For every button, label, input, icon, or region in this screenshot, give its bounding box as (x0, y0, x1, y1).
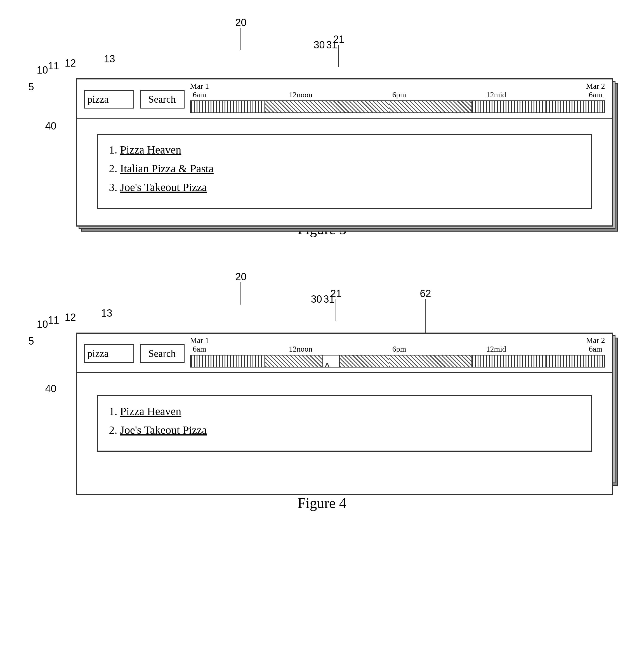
timeline-labels: Mar 16am 12noon 6pm 12mid Mar 26am (190, 85, 605, 100)
fig4-wrapper: 20 21 62 30 31 10 11 12 13 5 40 14 (28, 271, 616, 489)
cursor-pointer (320, 363, 334, 368)
fig4-timeline-bar[interactable] (190, 355, 605, 368)
fig4-ui-box: pizza Search Mar 16am 12noon 6pm 12mid (76, 332, 613, 495)
fig4-result-item-1[interactable]: 1. Pizza Heaven (109, 405, 580, 418)
fig4-ref40-label: 40 (45, 383, 56, 395)
fig4-search-button[interactable]: Search (140, 344, 184, 363)
fig4-ref11-label: 11 (48, 314, 59, 326)
result-item-2[interactable]: 2. Italian Pizza & Pasta (109, 162, 580, 175)
ref13-label: 13 (104, 53, 115, 65)
fig4-timeline-label-mar1: Mar 16am (190, 336, 209, 354)
fig4-results-area: 1. Pizza Heaven 2. Joe's Takeout Pizza (77, 373, 612, 467)
search-input[interactable]: pizza (84, 90, 134, 109)
timeline-label-12mid: 12mid (486, 91, 506, 99)
results-area: 1. Pizza Heaven 2. Italian Pizza & Pasta… (77, 118, 612, 224)
main-panel: pizza Search Mar 16am 12noon 6pm 12mid (76, 78, 613, 227)
fig4-ref12-label: 12 (65, 312, 76, 323)
figure4-section: 20 21 62 30 31 10 11 12 13 5 40 14 (22, 271, 622, 511)
fig4-timeline-label-12mid: 12mid (486, 345, 506, 354)
search-button[interactable]: Search (140, 90, 184, 109)
timeline-segments (191, 101, 604, 112)
ref10-label: 10 (37, 64, 48, 76)
timeline-bar[interactable] (190, 100, 605, 113)
fig4-timeline-labels: Mar 16am 12noon 6pm 12mid Mar 26am (190, 339, 605, 355)
fig4-ref30-label: 30 (311, 293, 322, 305)
ref11-label: 11 (48, 60, 59, 72)
timeline-label-6pm: 6pm (392, 91, 406, 99)
fig4-timeline-label-mar2: Mar 26am (586, 336, 605, 354)
ref40-label: 40 (45, 120, 56, 132)
fig4-ref13-label: 13 (101, 307, 113, 319)
ref31-label: 31 (326, 39, 337, 51)
fig4-search-input[interactable]: pizza (84, 344, 134, 363)
page-container: 20 21 30 31 10 11 12 13 5 40 (0, 0, 644, 671)
fig4-ref62-label: 62 (420, 288, 431, 300)
results-panel: 1. Pizza Heaven 2. Italian Pizza & Pasta… (97, 134, 592, 209)
timeline-label-mar1: Mar 16am (190, 82, 209, 99)
result-item-1[interactable]: 1. Pizza Heaven (109, 143, 580, 156)
ref12-label: 12 (65, 57, 76, 69)
fig4-caption: Figure 4 (22, 495, 622, 511)
fig4-timeline-label-6pm: 6pm (392, 345, 406, 354)
fig4-ref20-label: 20 (235, 271, 247, 283)
fig3-wrapper: 20 21 30 31 10 11 12 13 5 40 (28, 17, 616, 213)
fig4-timeline-segments (191, 355, 604, 367)
result-item-3[interactable]: 3. Joe's Takeout Pizza (109, 181, 580, 194)
ref20-label: 20 (235, 17, 247, 28)
fig4-timeline-label-noon: 12noon (289, 345, 312, 354)
timeline: Mar 16am 12noon 6pm 12mid Mar 26am (190, 85, 605, 113)
svg-marker-0 (320, 363, 334, 368)
fig4-main-panel: pizza Search Mar 16am 12noon 6pm 12mid (76, 332, 613, 495)
ref30-label: 30 (314, 39, 325, 51)
ref5-label: 5 (28, 81, 34, 93)
figure3-section: 20 21 30 31 10 11 12 13 5 40 (22, 17, 622, 238)
fig4-result-item-2[interactable]: 2. Joe's Takeout Pizza (109, 423, 580, 436)
fig4-top-bar: pizza Search Mar 16am 12noon 6pm 12mid (77, 334, 612, 373)
fig4-timeline: Mar 16am 12noon 6pm 12mid Mar 26am (190, 339, 605, 368)
fig4-ref10-label: 10 (37, 319, 48, 330)
fig4-ref5-label: 5 (28, 336, 34, 347)
fig4-ref31-label: 31 (323, 293, 335, 305)
timeline-label-noon: 12noon (289, 91, 312, 99)
fig4-results-panel: 1. Pizza Heaven 2. Joe's Takeout Pizza (97, 395, 592, 452)
fig3-ui-box: pizza Search Mar 16am 12noon 6pm 12mid (76, 78, 613, 227)
timeline-label-mar2: Mar 26am (586, 82, 605, 99)
top-bar: pizza Search Mar 16am 12noon 6pm 12mid (77, 79, 612, 118)
